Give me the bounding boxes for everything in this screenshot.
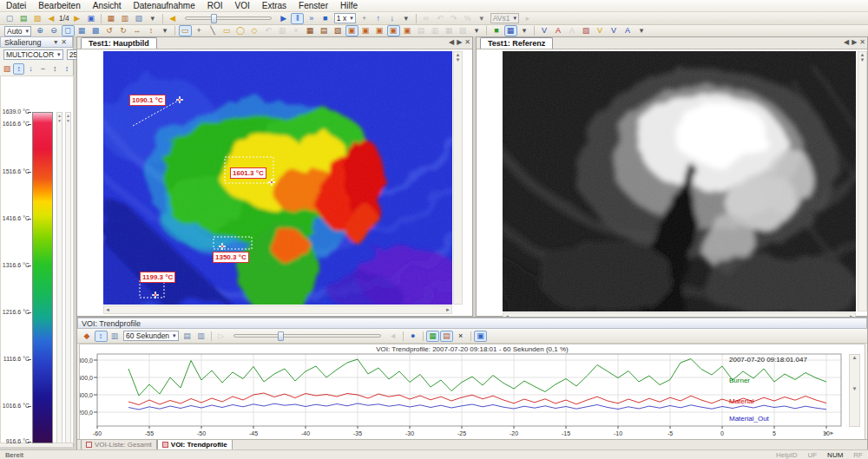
voi-ax-icon[interactable]: A [621,25,635,36]
redo-icon[interactable]: ↷ [447,13,460,24]
play-icon[interactable]: ▶ [277,13,290,24]
pause-icon[interactable]: ‖ [291,13,304,24]
export-icon[interactable]: ▧ [132,13,145,24]
add-marker-icon[interactable]: + [358,13,371,24]
overflow2-icon[interactable]: ▾ [399,13,412,24]
thermal-image[interactable] [103,51,452,305]
thermal-image-area[interactable]: 1090.1 °C 1601.3 °C 1350.3 °C 1199.3 °C [103,51,452,305]
excel-export-icon[interactable]: ▦ [426,331,439,342]
step-down-icon[interactable]: ↓ [385,13,398,24]
copy-image-icon[interactable]: ▦ [104,13,117,24]
close-icon[interactable]: ✕ [464,38,470,46]
trend-slider[interactable] [233,334,381,338]
legend-burner[interactable]: Burner [729,377,750,384]
add-rect-icon[interactable]: ▭ [220,25,233,36]
speed-combo[interactable]: 1 x▾ [334,13,356,23]
rotate-right-icon[interactable]: ↻ [117,25,130,36]
zoom-in-icon[interactable]: ⊕ [34,25,47,36]
sound-marker-icon[interactable]: ◀ [166,13,179,24]
delete-trend-icon[interactable]: × [454,331,467,342]
scale-min-slider[interactable]: ▲▼ [65,112,71,443]
link-views-icon[interactable]: ∞ [419,13,432,24]
profile-add-icon[interactable]: ▤ [181,331,194,342]
chart-table-icon[interactable]: ▤ [440,331,453,342]
temp-annotation[interactable]: 1350.3 °C [213,252,249,263]
menu-roi[interactable]: ROI [201,1,229,10]
voi-chart-icon[interactable]: ▦ [504,25,517,36]
roi-list-icon[interactable]: ▤ [318,25,331,36]
image-invert-icon[interactable]: ▩ [89,25,102,36]
step-up-icon[interactable]: ↑ [372,13,385,24]
tab-scroll-right-icon[interactable]: ▶ [852,38,857,46]
undo-roi-icon[interactable]: ↶ [262,25,275,36]
overflow7-icon[interactable]: ▾ [635,25,648,36]
avs-combo[interactable]: AVs1▾ [490,13,519,23]
roi-up-icon[interactable]: ▣ [373,25,386,36]
add-polygon-icon[interactable]: ◇ [248,25,261,36]
overflow-icon[interactable]: ▾ [146,13,159,24]
add-ellipse-icon[interactable]: ◯ [234,25,247,36]
open-report-icon[interactable]: ▤ [17,13,30,24]
temp-annotation[interactable]: 1199.3 °C [140,272,175,283]
temp-annotation[interactable]: 1090.1 °C [129,95,166,106]
tab-scroll-left-icon[interactable]: ◀ [844,38,849,46]
roi-add2-icon[interactable]: ▣ [401,25,414,36]
detach-icon[interactable]: ▸ [521,13,534,24]
pin-icon[interactable]: ▾ [52,38,59,46]
roi-g4-icon[interactable]: ▧ [457,25,470,36]
roi-in-icon[interactable]: ▣ [345,25,358,36]
add-point-icon[interactable]: + [193,25,206,36]
tab-hauptbild[interactable]: Test1: Hauptbild [81,37,157,49]
report-icon[interactable]: ▨ [580,25,593,36]
scaling-mode-combo[interactable]: Auto▾ [4,26,31,36]
voi-fit-icon[interactable]: ↕ [95,331,108,342]
save-icon[interactable]: ▣ [84,13,97,24]
scale-manual-icon[interactable]: − [37,63,49,75]
main-image-vscrollbar[interactable]: ▲▼ [453,51,463,305]
trend-cursor-icon[interactable]: ◄ [386,331,399,342]
roi-copy2-icon[interactable]: ▧ [332,25,345,36]
reference-image-vscrollbar[interactable]: ▲▼ [858,51,867,311]
delete-roi-icon[interactable]: × [290,25,303,36]
overflow5-icon[interactable]: ▾ [470,25,483,36]
menu-ansicht[interactable]: Ansicht [87,1,128,10]
profile-remove-icon[interactable]: ▥ [194,331,207,342]
tab-referenz[interactable]: Test1: Referenz [480,37,553,49]
timeline-slider[interactable] [185,16,272,20]
image-normal-icon[interactable]: ▦ [76,25,89,36]
legend-material-out[interactable]: Material_Out [729,415,769,423]
menu-datei[interactable]: Datei [0,1,32,10]
reference-image-area[interactable] [503,51,856,311]
roi-g2-icon[interactable]: ▥ [429,25,442,36]
roi-down-icon[interactable]: ▣ [387,25,400,36]
scale-auto-icon[interactable]: ↕ [62,63,73,75]
scale-max-slider[interactable]: ▲▼ [56,112,62,443]
percent-icon[interactable]: % [461,13,474,24]
reference-image[interactable] [503,51,856,311]
palette-icon[interactable]: ▨ [2,63,13,75]
overflow6-icon[interactable]: ▾ [518,25,531,36]
calc-a-icon[interactable]: A [552,25,565,36]
roi-g3-icon[interactable]: ▦ [443,25,456,36]
scale-down-icon[interactable]: ↓ [25,63,36,75]
calc-a2-icon[interactable]: A [566,25,579,36]
menu-bearbeiten[interactable]: Bearbeiten [32,1,86,10]
voi-v-blue-icon[interactable]: V [608,25,621,36]
temp-annotation[interactable]: 1601.3 °C [230,167,266,179]
main-image-hscrollbar[interactable]: ◄► [103,305,452,314]
fast-forward-icon[interactable]: » [305,13,318,24]
snapshot-icon[interactable]: ▥ [118,13,131,24]
print-trend-icon[interactable]: ▣ [474,331,487,342]
menu-extras[interactable]: Extras [256,1,293,10]
scale-updown-icon[interactable]: ↕ [49,63,61,75]
flip-vertical-icon[interactable]: ↕ [145,25,158,36]
tab-scroll-right-icon[interactable]: ▶ [457,38,462,46]
stop-icon[interactable]: ■ [319,13,332,24]
scale-fit-icon[interactable]: ↕ [13,63,24,75]
open-folder-icon[interactable]: ▨ [31,13,44,24]
roi-g1-icon[interactable]: ▤ [415,25,428,36]
overflow4-icon[interactable]: ▾ [159,25,172,36]
next-frame-icon[interactable]: ▶ [70,13,83,24]
overflow3-icon[interactable]: ▾ [475,13,488,24]
prev-frame-icon[interactable]: ◀ [45,13,58,24]
